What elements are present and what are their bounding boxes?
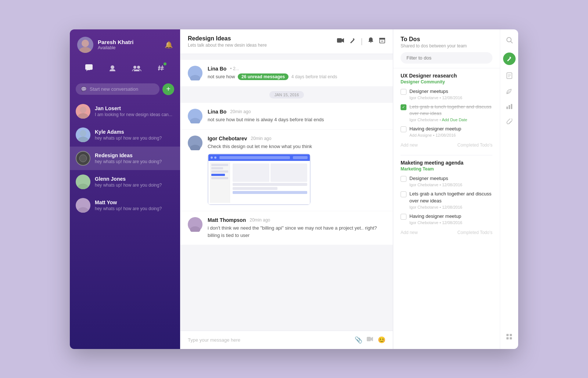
conv-item-kyle-adams[interactable]: Kyle Adams hey whats up! how are you doi… xyxy=(70,123,180,147)
message-input[interactable] xyxy=(188,337,350,343)
star-icon[interactable]: ☆ xyxy=(364,109,369,115)
msg-sender-2: Igor Chebotarev xyxy=(208,136,247,141)
todo-completed-1[interactable]: Completed Todo's xyxy=(458,143,492,148)
todos-filter-input[interactable] xyxy=(401,52,492,64)
messages-area: Lina Bo • 2... not sure how 26 unread me… xyxy=(180,54,393,331)
emoji-icon[interactable]: 😊 xyxy=(378,336,386,344)
notification-bell-icon[interactable]: 🔔 xyxy=(165,41,173,49)
app-container: Paresh Khatri Available 🔔 xyxy=(70,29,518,349)
avatar-lina xyxy=(188,109,202,123)
todo-checkbox-1[interactable] xyxy=(401,89,406,95)
far-right-search-icon[interactable] xyxy=(506,37,513,45)
sidebar-nav xyxy=(70,59,180,80)
msg-sender-3: Matt Thompson xyxy=(208,217,246,223)
far-right-grid-icon[interactable] xyxy=(506,334,512,342)
msg-sender-1: Lina Bo xyxy=(208,109,226,115)
hashtag-badge xyxy=(164,62,166,65)
conv-name: Redesign Ideas xyxy=(95,152,174,158)
todo-item-2: ✓ Lets grab a lunch together and discuss… xyxy=(401,104,492,122)
svg-point-26 xyxy=(192,111,198,118)
search-input[interactable] xyxy=(90,86,154,92)
todo-completed-2[interactable]: Completed Todo's xyxy=(458,230,492,235)
conv-preview: hey whats up! how are you doing? xyxy=(95,136,174,141)
conv-name: Jan Losert xyxy=(95,105,174,111)
main-chat: Redesign Ideas Lets talk about the new d… xyxy=(180,29,393,349)
conv-item-matt-yow[interactable]: Matt Yow hey whats up! how are you doing… xyxy=(70,194,180,217)
video-icon[interactable] xyxy=(367,336,373,343)
todo-section-title-1: UX Designer reasearch xyxy=(401,73,492,79)
conv-info-jan: Jan Losert I am looking for new design i… xyxy=(95,105,174,117)
svg-rect-42 xyxy=(511,104,512,109)
conv-item-jan-losert[interactable]: Jan Losert I am looking for new design i… xyxy=(70,100,180,123)
svg-point-1 xyxy=(79,47,91,53)
msg-text-3: i don't think we need the "billing api" … xyxy=(208,224,386,239)
search-input-wrap[interactable]: 💬 xyxy=(76,83,159,95)
svg-point-0 xyxy=(82,40,89,47)
todo-section-team-1: Designer Community xyxy=(401,79,492,84)
todo-text-1: Designer meetups Igor Chebotarve • 12/08… xyxy=(409,88,492,100)
todo-text-6: Having designer meetup Igor Chebotarve •… xyxy=(409,213,492,225)
contacts-nav-icon[interactable] xyxy=(106,62,119,76)
todos-panel: To Dos Shared to dos between your team U… xyxy=(393,29,500,349)
msg-content-unread: Lina Bo • 2... not sure how 26 unread me… xyxy=(208,66,386,80)
search-icon: 💬 xyxy=(81,86,87,92)
mockup-topbar xyxy=(208,154,310,161)
msg-text-unread: not sure how 26 unread messages 4 days b… xyxy=(208,73,386,80)
conv-preview: hey whats up! how are you doing? xyxy=(95,159,174,164)
far-right-chart-icon[interactable] xyxy=(506,104,513,111)
conv-item-redesign-ideas[interactable]: Redesign Ideas hey whats up! how are you… xyxy=(70,147,180,170)
far-right-leaf-icon[interactable] xyxy=(506,88,512,96)
todo-checkbox-2[interactable]: ✓ xyxy=(401,104,406,110)
far-right-document-icon[interactable] xyxy=(506,72,512,81)
add-conversation-button[interactable]: + xyxy=(162,83,174,95)
todo-meta-3: Add Assigne • 12/08/2016 xyxy=(409,133,492,137)
groups-nav-icon[interactable] xyxy=(130,62,144,76)
svg-rect-44 xyxy=(510,334,512,336)
svg-point-4 xyxy=(133,66,136,69)
date-badge: JAN 15, 2016 xyxy=(269,91,304,98)
conv-item-glenn-jones[interactable]: Glenn Jones hey whats up! how are you do… xyxy=(70,170,180,194)
svg-point-31 xyxy=(190,226,200,232)
archive-icon[interactable] xyxy=(379,37,386,45)
avatar-lina-bo xyxy=(188,66,202,80)
todo-meta-1: Igor Chebotarve • 12/08/2016 xyxy=(409,96,492,100)
msg-text-2: Check this design out let me know what y… xyxy=(208,143,386,150)
todo-meta-5: Igor Chebotarve • 12/08/2016 xyxy=(409,205,492,209)
attachment-icon[interactable]: 📎 xyxy=(355,336,362,344)
svg-rect-2 xyxy=(85,64,93,70)
todo-checkbox-3[interactable] xyxy=(401,126,406,132)
todo-checkbox-6[interactable] xyxy=(401,214,406,220)
svg-point-29 xyxy=(190,145,200,150)
message-block-unread: Lina Bo • 2... not sure how 26 unread me… xyxy=(180,60,393,86)
far-right-compose-button[interactable] xyxy=(503,53,516,65)
todos-title: To Dos xyxy=(401,36,492,43)
video-call-icon[interactable] xyxy=(337,37,344,45)
copy-icon[interactable]: ⧉ xyxy=(372,109,376,115)
chat-nav-icon[interactable] xyxy=(83,62,95,76)
todo-label-1: Designer meetups xyxy=(409,88,492,95)
todo-section-title-2: Maketing meeting agenda xyxy=(401,160,492,166)
svg-line-6 xyxy=(159,65,159,71)
todo-add-new-2[interactable]: Add new xyxy=(401,228,418,237)
image-preview xyxy=(208,154,311,205)
conv-preview: hey whats up! how are you doing? xyxy=(95,206,174,211)
far-right-paperclip-icon[interactable] xyxy=(506,119,512,127)
todos-subtitle: Shared to dos between your team xyxy=(401,43,492,48)
delete-icon[interactable]: 🗑 xyxy=(380,109,386,115)
todos-body: UX Designer reasearch Designer Community… xyxy=(393,68,500,349)
svg-point-15 xyxy=(79,155,87,162)
sidebar-header: Paresh Khatri Available 🔔 xyxy=(70,29,180,59)
conv-preview: hey whats up! how are you doing? xyxy=(95,183,174,188)
bell-icon[interactable] xyxy=(368,37,374,46)
msg-sender-name: Lina Bo xyxy=(208,66,226,72)
todo-footer-1: Add new Completed Todo's xyxy=(401,141,492,149)
hashtag-nav-icon[interactable] xyxy=(155,62,167,76)
edit-icon[interactable] xyxy=(349,37,356,46)
date-divider: JAN 15, 2016 xyxy=(180,87,393,103)
todo-checkbox-4[interactable] xyxy=(401,176,406,182)
todo-add-new-1[interactable]: Add new xyxy=(401,141,418,149)
todo-item-4: Designer meetups Igor Chebotarve • 12/08… xyxy=(401,175,492,187)
todo-checkbox-5[interactable] xyxy=(401,191,406,197)
todos-filter xyxy=(401,52,492,64)
msg-header-3: Matt Thompson 20min ago xyxy=(208,217,386,223)
